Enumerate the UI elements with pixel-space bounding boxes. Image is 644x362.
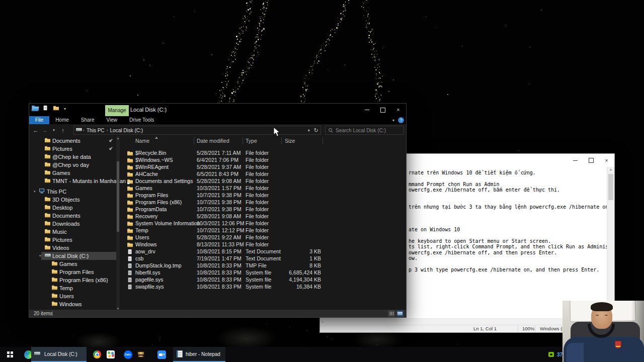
file-row-windows[interactable]: Windows8/13/2021 11:33 PMFile folder bbox=[123, 241, 402, 248]
breadcrumb-this-pc[interactable]: This PC bbox=[85, 128, 107, 133]
sidebar-item-temp[interactable]: Temp bbox=[29, 284, 121, 292]
sidebar-item-pictures[interactable]: Pictures bbox=[29, 236, 121, 244]
start-button[interactable] bbox=[0, 347, 20, 362]
file-row-users[interactable]: Users5/28/2021 9:22 AMFile folder bbox=[123, 234, 402, 241]
address-dropdown-icon[interactable]: ▾ bbox=[308, 128, 310, 133]
notepad-maximize-button[interactable] bbox=[583, 154, 599, 167]
column-header-type[interactable]: Type bbox=[246, 136, 257, 145]
scrollbar-thumb[interactable] bbox=[117, 161, 119, 232]
sidebar-item--chep-vo-day[interactable]: @Chep vo day bbox=[29, 161, 121, 169]
file-row-csb[interactable]: csb7/19/2021 1:47 PMText Document1 KB bbox=[123, 255, 402, 262]
sidebar-item-documents[interactable]: Documents bbox=[29, 137, 121, 145]
expand-icon[interactable]: ▾ bbox=[34, 188, 36, 196]
sidebar-item-label: This PC bbox=[47, 188, 66, 196]
taskbar-explorer-button[interactable]: Local Disk (C:) bbox=[31, 347, 87, 362]
sidebar-item-desktop[interactable]: Desktop bbox=[29, 204, 121, 212]
file-size: 8 KB bbox=[271, 262, 321, 269]
sidebar-item-games[interactable]: Games bbox=[29, 260, 121, 268]
scroll-up-icon[interactable]: ▲ bbox=[607, 168, 614, 171]
ribbon-tab-drive-tools[interactable]: Drive Tools bbox=[123, 116, 160, 124]
column-header-date[interactable]: Date modified bbox=[197, 136, 229, 145]
sidebar-item-label: Downloads bbox=[52, 220, 79, 228]
file-row--windows-ws[interactable]: $Windows.~WS6/4/2021 7:06 PMFile folder bbox=[123, 156, 402, 163]
sidebar-item-windows[interactable]: Windows bbox=[29, 300, 121, 308]
manage-contextual-tab[interactable]: Manage bbox=[105, 105, 129, 116]
file-row-dumpstack-log-tmp[interactable]: DumpStack.log.tmp10/8/2021 8:33 PMTMP Fi… bbox=[123, 262, 402, 269]
up-icon[interactable]: ↑ bbox=[58, 127, 67, 133]
explorer-minimize-button[interactable] bbox=[359, 104, 375, 116]
ribbon-tab-view[interactable]: View bbox=[101, 116, 124, 124]
new-folder-icon[interactable] bbox=[53, 106, 59, 111]
file-row-swapfile-sys[interactable]: swapfile.sys10/8/2021 8:33 PMSystem file… bbox=[123, 283, 402, 290]
sys-icon bbox=[127, 270, 133, 276]
details-view-button[interactable] bbox=[388, 310, 395, 317]
address-bar[interactable]: › This PC › Local Disk (C:) ▾ ↻ bbox=[73, 126, 321, 135]
scrollbar-thumb[interactable] bbox=[608, 174, 613, 200]
taskbar-notepad-button[interactable]: hiber - Notepad bbox=[173, 347, 225, 362]
scroll-up-icon[interactable]: ▲ bbox=[116, 137, 120, 140]
sidebar-item-local-disk-c-[interactable]: ▾Local Disk (C:) bbox=[29, 252, 121, 260]
explorer-titlebar[interactable]: ▾ Manage Local Disk (C:) × bbox=[29, 104, 406, 116]
breadcrumb-local-disk[interactable]: Local Disk (C:) bbox=[108, 128, 145, 133]
file-row-aow-drv[interactable]: aow_drv10/8/2021 8:15 PMText Document3 K… bbox=[123, 248, 402, 255]
file-row-system-volume-information[interactable]: System Volume Information10/3/2021 12:06… bbox=[123, 220, 402, 227]
forward-icon[interactable]: → bbox=[40, 127, 49, 133]
refresh-icon[interactable]: ↻ bbox=[314, 127, 318, 134]
sidebar-item-pictures[interactable]: Pictures bbox=[29, 145, 121, 153]
sidebar-item-tmnt-mutants-in-manhattan[interactable]: TMNT - Mutants in Manhattan bbox=[29, 177, 121, 185]
help-icon[interactable]: ? bbox=[398, 117, 404, 123]
taskbar-game-button[interactable] bbox=[134, 347, 148, 362]
explorer-close-button[interactable]: × bbox=[390, 104, 406, 116]
ribbon-tab-home[interactable]: Home bbox=[49, 116, 75, 124]
column-header-name[interactable]: Name bbox=[135, 136, 149, 145]
file-row-temp[interactable]: Temp10/7/2021 12:12 PMFile folder bbox=[123, 227, 402, 234]
sidebar-item-documents[interactable]: Documents bbox=[29, 212, 121, 220]
sidebar-item-users[interactable]: Users bbox=[29, 292, 121, 300]
file-date: 5/28/2021 9:37 AM bbox=[197, 163, 241, 170]
file-row-recovery[interactable]: Recovery5/28/2021 9:08 AMFile folder bbox=[123, 213, 402, 220]
notepad-minimize-button[interactable] bbox=[568, 154, 583, 167]
ribbon-tab-file[interactable]: File bbox=[29, 116, 49, 124]
file-row-programdata[interactable]: ProgramData10/7/2021 9:38 PMFile folder bbox=[123, 206, 402, 213]
file-row-documents-and-settings[interactable]: Documents and Settings5/28/2021 9:08 AMF… bbox=[123, 177, 402, 185]
expand-icon[interactable]: ▾ bbox=[39, 252, 41, 260]
file-row-hiberfil-sys[interactable]: hiberfil.sys10/8/2021 8:33 PMSystem file… bbox=[123, 269, 402, 276]
recent-locations-icon[interactable]: ▾ bbox=[49, 128, 58, 132]
back-icon[interactable]: ← bbox=[31, 127, 40, 133]
chevron-down-icon[interactable]: ▾ bbox=[64, 107, 66, 111]
file-row-pagefile-sys[interactable]: pagefile.sys10/8/2021 8:33 PMSystem file… bbox=[123, 276, 402, 283]
sidebar-item-games[interactable]: Games bbox=[29, 169, 121, 177]
file-row--recycle-bin[interactable]: $Recycle.Bin5/28/2021 7:11 AMFile folder bbox=[123, 149, 402, 156]
large-icons-view-button[interactable] bbox=[396, 310, 404, 317]
column-header-size[interactable]: Size bbox=[285, 136, 295, 145]
sidebar-item-music[interactable]: Music bbox=[29, 228, 121, 236]
file-row-games[interactable]: Games10/3/2021 1:57 PMFile folder bbox=[123, 185, 402, 192]
notepad-text-area[interactable]: rnate trên Windows 10 để tiết kiệm ổ cứn… bbox=[409, 170, 630, 273]
sidebar-item-program-files[interactable]: Program Files bbox=[29, 268, 121, 276]
explorer-maximize-button[interactable] bbox=[375, 104, 390, 116]
notepad-vertical-scrollbar[interactable]: ▲ bbox=[607, 167, 614, 319]
gpu-monitor-icon[interactable] bbox=[548, 352, 554, 357]
file-row--winreagent[interactable]: $WinREAgent5/28/2021 9:37 AMFile folder bbox=[123, 163, 402, 170]
taskbar-zalo-button[interactable]: Zalo bbox=[121, 347, 135, 362]
file-row-program-files[interactable]: Program Files10/7/2021 9:38 PMFile folde… bbox=[123, 192, 402, 199]
folder-icon bbox=[127, 165, 133, 170]
sidebar-item-this-pc[interactable]: ▾This PC bbox=[29, 188, 121, 196]
sidebar-item-program-files-x86-[interactable]: Program Files (x86) bbox=[29, 276, 121, 284]
taskbar-camera-button[interactable] bbox=[154, 347, 169, 362]
notepad-close-button[interactable]: × bbox=[599, 154, 614, 167]
file-row-ahcache[interactable]: AHCache6/5/2021 8:43 PMFile folder bbox=[123, 170, 402, 177]
ribbon-tab-share[interactable]: Share bbox=[75, 116, 101, 124]
tree-scrollbar[interactable]: ▲ ▼ bbox=[116, 136, 120, 310]
taskbar-chrome-button[interactable] bbox=[90, 347, 105, 362]
file-row-program-files-x86-[interactable]: Program Files (x86)10/7/2021 9:38 PMFile… bbox=[123, 199, 402, 206]
file-name: hiberfil.sys bbox=[135, 269, 160, 276]
sidebar-item-videos[interactable]: Videos bbox=[29, 244, 121, 252]
properties-icon[interactable] bbox=[43, 106, 49, 111]
taskbar-photos-button[interactable] bbox=[104, 347, 118, 362]
sidebar-item-3d-objects[interactable]: 3D Objects bbox=[29, 196, 121, 204]
sidebar-item--chep-ke-data[interactable]: @Chep ke data bbox=[29, 153, 121, 161]
collapse-ribbon-icon[interactable]: ▾ bbox=[392, 118, 394, 123]
search-box[interactable]: Search Local Disk (C:) bbox=[325, 126, 404, 135]
sidebar-item-downloads[interactable]: Downloads bbox=[29, 220, 121, 228]
